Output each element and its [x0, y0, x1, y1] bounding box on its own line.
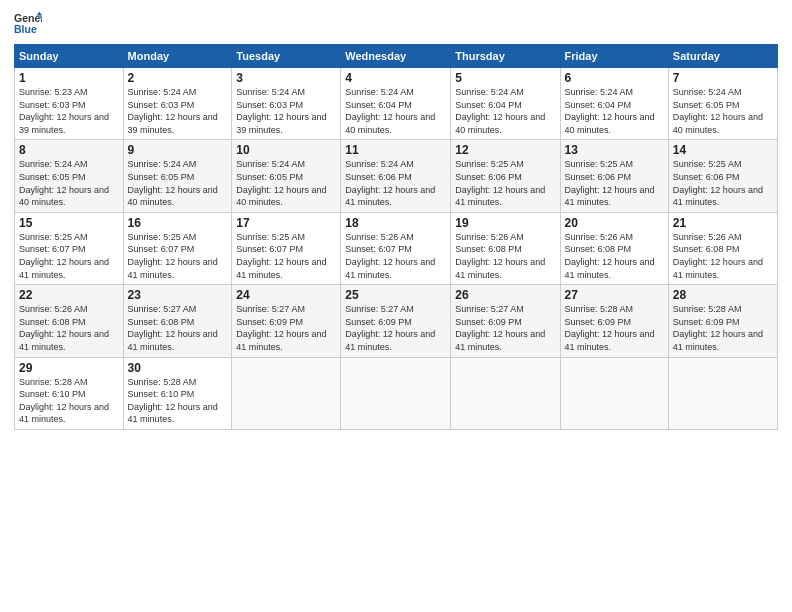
day-info: Sunrise: 5:25 AMSunset: 6:07 PMDaylight:…: [128, 231, 228, 281]
day-number: 1: [19, 71, 119, 85]
day-number: 13: [565, 143, 664, 157]
calendar-cell: 5Sunrise: 5:24 AMSunset: 6:04 PMDaylight…: [451, 68, 560, 140]
day-number: 21: [673, 216, 773, 230]
day-info: Sunrise: 5:25 AMSunset: 6:06 PMDaylight:…: [455, 158, 555, 208]
day-number: 20: [565, 216, 664, 230]
calendar-cell: 13Sunrise: 5:25 AMSunset: 6:06 PMDayligh…: [560, 140, 668, 212]
calendar-cell: [451, 357, 560, 429]
day-number: 9: [128, 143, 228, 157]
calendar-cell: 16Sunrise: 5:25 AMSunset: 6:07 PMDayligh…: [123, 212, 232, 284]
day-info: Sunrise: 5:24 AMSunset: 6:05 PMDaylight:…: [673, 86, 773, 136]
day-number: 23: [128, 288, 228, 302]
calendar-cell: 27Sunrise: 5:28 AMSunset: 6:09 PMDayligh…: [560, 285, 668, 357]
header: General Blue: [14, 10, 778, 38]
column-header-thursday: Thursday: [451, 45, 560, 68]
calendar-cell: 9Sunrise: 5:24 AMSunset: 6:05 PMDaylight…: [123, 140, 232, 212]
calendar-cell: 10Sunrise: 5:24 AMSunset: 6:05 PMDayligh…: [232, 140, 341, 212]
day-number: 30: [128, 361, 228, 375]
calendar-cell: 7Sunrise: 5:24 AMSunset: 6:05 PMDaylight…: [668, 68, 777, 140]
calendar-cell: 18Sunrise: 5:26 AMSunset: 6:07 PMDayligh…: [341, 212, 451, 284]
day-info: Sunrise: 5:24 AMSunset: 6:05 PMDaylight:…: [19, 158, 119, 208]
calendar-cell: 25Sunrise: 5:27 AMSunset: 6:09 PMDayligh…: [341, 285, 451, 357]
calendar-cell: 29Sunrise: 5:28 AMSunset: 6:10 PMDayligh…: [15, 357, 124, 429]
day-info: Sunrise: 5:26 AMSunset: 6:08 PMDaylight:…: [673, 231, 773, 281]
svg-text:Blue: Blue: [14, 23, 37, 35]
day-number: 10: [236, 143, 336, 157]
calendar-cell: 3Sunrise: 5:24 AMSunset: 6:03 PMDaylight…: [232, 68, 341, 140]
day-info: Sunrise: 5:28 AMSunset: 6:09 PMDaylight:…: [565, 303, 664, 353]
logo-icon: General Blue: [14, 10, 42, 38]
calendar-cell: 15Sunrise: 5:25 AMSunset: 6:07 PMDayligh…: [15, 212, 124, 284]
day-info: Sunrise: 5:24 AMSunset: 6:04 PMDaylight:…: [345, 86, 446, 136]
calendar-cell: 1Sunrise: 5:23 AMSunset: 6:03 PMDaylight…: [15, 68, 124, 140]
calendar-cell: 2Sunrise: 5:24 AMSunset: 6:03 PMDaylight…: [123, 68, 232, 140]
column-header-saturday: Saturday: [668, 45, 777, 68]
calendar-cell: 12Sunrise: 5:25 AMSunset: 6:06 PMDayligh…: [451, 140, 560, 212]
calendar-cell: 21Sunrise: 5:26 AMSunset: 6:08 PMDayligh…: [668, 212, 777, 284]
day-info: Sunrise: 5:24 AMSunset: 6:04 PMDaylight:…: [455, 86, 555, 136]
page-container: General Blue SundayMondayTuesdayWednesda…: [0, 0, 792, 612]
day-number: 18: [345, 216, 446, 230]
calendar-cell: 26Sunrise: 5:27 AMSunset: 6:09 PMDayligh…: [451, 285, 560, 357]
column-header-monday: Monday: [123, 45, 232, 68]
calendar-cell: 14Sunrise: 5:25 AMSunset: 6:06 PMDayligh…: [668, 140, 777, 212]
day-info: Sunrise: 5:24 AMSunset: 6:05 PMDaylight:…: [128, 158, 228, 208]
day-number: 25: [345, 288, 446, 302]
calendar-cell: 23Sunrise: 5:27 AMSunset: 6:08 PMDayligh…: [123, 285, 232, 357]
day-info: Sunrise: 5:24 AMSunset: 6:03 PMDaylight:…: [128, 86, 228, 136]
day-number: 7: [673, 71, 773, 85]
calendar-cell: 6Sunrise: 5:24 AMSunset: 6:04 PMDaylight…: [560, 68, 668, 140]
day-number: 14: [673, 143, 773, 157]
column-header-sunday: Sunday: [15, 45, 124, 68]
column-header-friday: Friday: [560, 45, 668, 68]
day-number: 27: [565, 288, 664, 302]
day-info: Sunrise: 5:27 AMSunset: 6:08 PMDaylight:…: [128, 303, 228, 353]
day-info: Sunrise: 5:25 AMSunset: 6:06 PMDaylight:…: [673, 158, 773, 208]
column-header-wednesday: Wednesday: [341, 45, 451, 68]
day-number: 15: [19, 216, 119, 230]
day-number: 5: [455, 71, 555, 85]
calendar-cell: 30Sunrise: 5:28 AMSunset: 6:10 PMDayligh…: [123, 357, 232, 429]
day-info: Sunrise: 5:24 AMSunset: 6:04 PMDaylight:…: [565, 86, 664, 136]
calendar-week-row: 1Sunrise: 5:23 AMSunset: 6:03 PMDaylight…: [15, 68, 778, 140]
day-number: 26: [455, 288, 555, 302]
calendar-table: SundayMondayTuesdayWednesdayThursdayFrid…: [14, 44, 778, 430]
day-info: Sunrise: 5:27 AMSunset: 6:09 PMDaylight:…: [455, 303, 555, 353]
day-info: Sunrise: 5:28 AMSunset: 6:10 PMDaylight:…: [19, 376, 119, 426]
day-number: 28: [673, 288, 773, 302]
calendar-cell: 24Sunrise: 5:27 AMSunset: 6:09 PMDayligh…: [232, 285, 341, 357]
day-number: 8: [19, 143, 119, 157]
day-number: 12: [455, 143, 555, 157]
day-info: Sunrise: 5:24 AMSunset: 6:06 PMDaylight:…: [345, 158, 446, 208]
calendar-week-row: 22Sunrise: 5:26 AMSunset: 6:08 PMDayligh…: [15, 285, 778, 357]
day-info: Sunrise: 5:25 AMSunset: 6:07 PMDaylight:…: [236, 231, 336, 281]
day-info: Sunrise: 5:27 AMSunset: 6:09 PMDaylight:…: [236, 303, 336, 353]
day-info: Sunrise: 5:25 AMSunset: 6:06 PMDaylight:…: [565, 158, 664, 208]
day-info: Sunrise: 5:26 AMSunset: 6:07 PMDaylight:…: [345, 231, 446, 281]
day-info: Sunrise: 5:24 AMSunset: 6:05 PMDaylight:…: [236, 158, 336, 208]
day-number: 22: [19, 288, 119, 302]
calendar-cell: 28Sunrise: 5:28 AMSunset: 6:09 PMDayligh…: [668, 285, 777, 357]
day-info: Sunrise: 5:27 AMSunset: 6:09 PMDaylight:…: [345, 303, 446, 353]
day-info: Sunrise: 5:28 AMSunset: 6:09 PMDaylight:…: [673, 303, 773, 353]
day-info: Sunrise: 5:26 AMSunset: 6:08 PMDaylight:…: [565, 231, 664, 281]
day-number: 11: [345, 143, 446, 157]
calendar-week-row: 29Sunrise: 5:28 AMSunset: 6:10 PMDayligh…: [15, 357, 778, 429]
day-info: Sunrise: 5:23 AMSunset: 6:03 PMDaylight:…: [19, 86, 119, 136]
calendar-cell: [232, 357, 341, 429]
calendar-cell: [560, 357, 668, 429]
calendar-header-row: SundayMondayTuesdayWednesdayThursdayFrid…: [15, 45, 778, 68]
calendar-week-row: 8Sunrise: 5:24 AMSunset: 6:05 PMDaylight…: [15, 140, 778, 212]
calendar-cell: [668, 357, 777, 429]
day-number: 17: [236, 216, 336, 230]
calendar-cell: 8Sunrise: 5:24 AMSunset: 6:05 PMDaylight…: [15, 140, 124, 212]
day-info: Sunrise: 5:25 AMSunset: 6:07 PMDaylight:…: [19, 231, 119, 281]
day-info: Sunrise: 5:24 AMSunset: 6:03 PMDaylight:…: [236, 86, 336, 136]
day-info: Sunrise: 5:26 AMSunset: 6:08 PMDaylight:…: [455, 231, 555, 281]
logo: General Blue: [14, 10, 42, 38]
day-number: 19: [455, 216, 555, 230]
day-info: Sunrise: 5:26 AMSunset: 6:08 PMDaylight:…: [19, 303, 119, 353]
calendar-cell: 19Sunrise: 5:26 AMSunset: 6:08 PMDayligh…: [451, 212, 560, 284]
calendar-cell: 20Sunrise: 5:26 AMSunset: 6:08 PMDayligh…: [560, 212, 668, 284]
calendar-cell: 17Sunrise: 5:25 AMSunset: 6:07 PMDayligh…: [232, 212, 341, 284]
